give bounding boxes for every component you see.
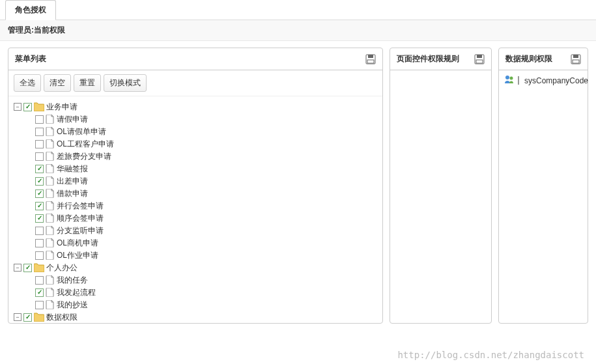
data-rule-item[interactable]: sysCompanyCode xyxy=(499,70,588,91)
folder-icon xyxy=(34,263,44,272)
expand-toggle[interactable]: − xyxy=(14,313,21,321)
file-icon xyxy=(46,214,55,223)
checkbox[interactable] xyxy=(35,140,44,148)
tree-node-label[interactable]: 分支监听申请 xyxy=(57,225,104,236)
tree-connector xyxy=(25,140,33,148)
checkbox[interactable] xyxy=(35,165,44,173)
tree-node-label[interactable]: 顺序会签申请 xyxy=(57,213,104,224)
data-rule-label: sysCompanyCode xyxy=(524,76,588,85)
tree-connector xyxy=(25,152,33,160)
save-icon[interactable] xyxy=(474,54,485,64)
file-icon xyxy=(46,152,55,161)
clear-button[interactable]: 清空 xyxy=(44,74,71,92)
folder-icon xyxy=(34,313,44,322)
people-icon xyxy=(504,74,515,87)
checkbox[interactable] xyxy=(35,177,44,186)
tree-connector xyxy=(25,202,33,210)
checkbox[interactable] xyxy=(35,189,44,198)
svg-rect-1 xyxy=(368,55,373,58)
watermark: http://blog.csdn.net/zhangdaiscott xyxy=(397,350,584,360)
folder-icon xyxy=(34,102,44,111)
select-all-button[interactable]: 全选 xyxy=(14,74,41,92)
tree-node-label[interactable]: OL工程客户申请 xyxy=(57,139,114,150)
tree-connector xyxy=(25,189,33,197)
save-icon[interactable] xyxy=(571,54,581,64)
file-icon xyxy=(46,288,55,297)
file-icon xyxy=(46,300,55,309)
tree-node-label[interactable]: 我发起流程 xyxy=(57,287,96,298)
checkbox[interactable] xyxy=(35,288,44,297)
reset-button[interactable]: 重置 xyxy=(74,74,101,92)
panel-menu-list: 菜单列表 全选 清空 重置 切换模式 −业务申请请假申请OL请假单申请OL工程客… xyxy=(8,48,383,324)
file-icon xyxy=(46,238,55,247)
svg-rect-4 xyxy=(477,55,482,58)
tree-node-label[interactable]: OL商机申请 xyxy=(57,238,98,249)
tree-node-label[interactable]: 我的任务 xyxy=(57,275,88,286)
panel-data-rules: 数据规则权限 sysCompanyCode xyxy=(498,48,588,324)
checkbox[interactable] xyxy=(35,251,44,260)
svg-rect-2 xyxy=(367,60,374,63)
tab-role-auth[interactable]: 角色授权 xyxy=(5,0,56,20)
tree-connector xyxy=(25,128,33,135)
expand-toggle[interactable]: − xyxy=(14,103,21,111)
tree-node-label[interactable]: 业务申请 xyxy=(46,102,78,113)
svg-point-9 xyxy=(505,76,509,79)
tree-node-label[interactable]: 借款申请 xyxy=(57,188,88,199)
expand-toggle[interactable]: − xyxy=(14,264,21,272)
tree-node-label[interactable]: OL作业申请 xyxy=(57,250,98,261)
checkbox[interactable] xyxy=(35,276,44,285)
tree-node-label[interactable]: 出差申请 xyxy=(57,176,88,187)
checkbox[interactable] xyxy=(35,227,44,235)
tree-connector xyxy=(25,276,33,284)
file-icon xyxy=(46,226,55,235)
checkbox[interactable] xyxy=(35,152,44,161)
panel-menu-title: 菜单列表 xyxy=(15,53,46,64)
tree-node-label[interactable]: 数据权限 xyxy=(46,312,78,323)
file-icon xyxy=(46,176,55,186)
file-icon xyxy=(46,115,55,124)
checkbox[interactable] xyxy=(35,202,44,210)
panel-data-title: 数据规则权限 xyxy=(505,53,552,64)
svg-rect-5 xyxy=(476,60,483,63)
tree-node-label[interactable]: 并行会签申请 xyxy=(57,201,104,212)
tree-node-label[interactable]: 华融签报 xyxy=(57,163,88,175)
checkbox[interactable] xyxy=(23,313,32,322)
checkbox[interactable] xyxy=(518,76,519,85)
tree-node-label[interactable]: 请假申请 xyxy=(57,114,88,125)
file-icon xyxy=(46,139,55,148)
panel-ctrl-title: 页面控件权限规则 xyxy=(397,53,459,64)
svg-rect-7 xyxy=(573,55,578,58)
checkbox[interactable] xyxy=(23,264,32,272)
checkbox[interactable] xyxy=(23,103,32,111)
tree-connector xyxy=(25,239,33,247)
tree-connector xyxy=(25,301,33,309)
file-icon xyxy=(46,251,55,260)
tree-node-label[interactable]: OL请假单申请 xyxy=(57,126,106,137)
tree-connector xyxy=(25,227,33,234)
tree-connector xyxy=(25,115,33,123)
menu-tree[interactable]: −业务申请请假申请OL请假单申请OL工程客户申请差旅费分支申请华融签报出差申请借… xyxy=(8,96,382,323)
file-icon xyxy=(46,275,55,285)
file-icon xyxy=(46,127,55,136)
tree-node-label[interactable]: 个人办公 xyxy=(46,262,78,273)
file-icon xyxy=(46,189,55,198)
toggle-mode-button[interactable]: 切换模式 xyxy=(104,74,147,92)
checkbox[interactable] xyxy=(35,239,44,247)
tree-node-label[interactable]: 差旅费分支申请 xyxy=(57,151,111,162)
checkbox[interactable] xyxy=(35,301,44,309)
tree-connector xyxy=(25,288,33,296)
tree-node-label[interactable]: 我的抄送 xyxy=(57,300,88,311)
checkbox[interactable] xyxy=(35,115,44,124)
tree-connector xyxy=(25,251,33,259)
file-icon xyxy=(46,201,55,210)
svg-rect-8 xyxy=(573,60,579,63)
page-subtitle: 管理员:当前权限 xyxy=(0,20,596,41)
file-icon xyxy=(46,164,55,173)
tree-connector xyxy=(25,214,33,222)
svg-point-10 xyxy=(510,77,513,80)
checkbox[interactable] xyxy=(35,128,44,136)
tree-connector xyxy=(25,177,33,185)
checkbox[interactable] xyxy=(35,214,44,223)
panel-control-rules: 页面控件权限规则 xyxy=(390,48,492,324)
save-icon[interactable] xyxy=(365,54,376,64)
